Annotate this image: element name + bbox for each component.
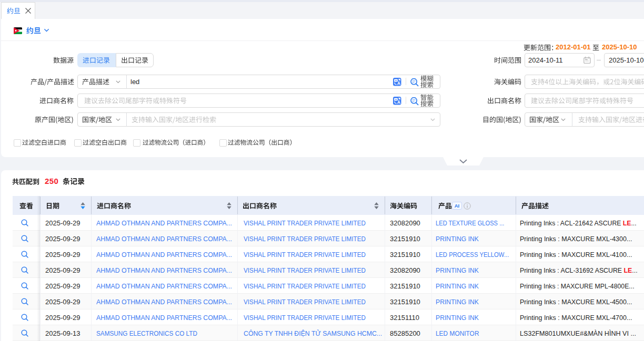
svg-text:AI: AI bbox=[455, 203, 460, 209]
